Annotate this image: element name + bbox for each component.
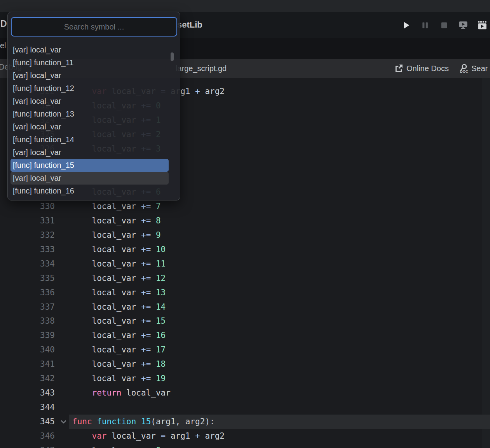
line-number[interactable]: 347 (0, 446, 55, 448)
code-text: local_var += 18 (72, 359, 166, 369)
symbol-list-item[interactable]: [var] local_var (10, 120, 169, 133)
code-text: local_var += 10 (72, 245, 166, 254)
code-line[interactable]: 335 local_var += 12 (0, 271, 490, 285)
code-line[interactable]: 341 local_var += 18 (0, 357, 490, 371)
symbol-list-item[interactable]: [func] function_16 (10, 185, 169, 197)
script-tab-filename[interactable]: large_script.gd (176, 59, 227, 78)
stop-button[interactable] (439, 21, 449, 30)
line-number[interactable]: 335 (0, 274, 55, 283)
code-text: local_var += 12 (72, 274, 166, 283)
fold-chevron-icon[interactable] (60, 418, 67, 425)
fold-gutter (55, 418, 72, 425)
code-line[interactable]: 334 local_var += 11 (0, 256, 490, 271)
main-screen-tab-fragment[interactable]: D (0, 19, 7, 29)
line-number[interactable]: 334 (0, 259, 55, 268)
code-text: local_var += 19 (72, 374, 166, 383)
symbol-list-item[interactable]: [var] local_var (10, 95, 169, 108)
code-text: return local_var (72, 388, 171, 397)
code-line[interactable]: 330 local_var += 7 (0, 199, 490, 214)
line-number[interactable]: 346 (0, 431, 55, 441)
code-text: local_var += 16 (72, 331, 166, 340)
symbol-search-input[interactable] (11, 17, 177, 37)
code-text: local_var += 0 (72, 446, 161, 448)
line-number[interactable]: 345 (0, 417, 55, 426)
code-text: func function_15(arg1, arg2): (72, 417, 215, 426)
line-number[interactable]: 341 (0, 359, 55, 369)
line-number[interactable]: 332 (0, 230, 55, 240)
play-button[interactable] (401, 21, 411, 30)
playback-toolbar (401, 21, 487, 30)
code-text: local_var += 7 (72, 202, 161, 211)
symbol-list-item[interactable]: [func] function_15 (10, 159, 169, 172)
code-line[interactable]: 338 local_var += 15 (0, 314, 490, 328)
code-line[interactable]: 346 var local_var = arg1 + arg2 (0, 429, 490, 443)
code-text: local_var += 9 (72, 230, 161, 240)
code-line[interactable]: 342 local_var += 19 (0, 371, 490, 386)
movie-maker-toggle[interactable] (478, 21, 487, 30)
code-text: local_var += 17 (72, 345, 166, 354)
line-number[interactable]: 338 (0, 316, 55, 326)
pause-button[interactable] (420, 21, 430, 30)
search-help-button[interactable]: Sear (471, 64, 488, 73)
line-number[interactable]: 340 (0, 345, 55, 354)
code-text: local_var += 13 (72, 288, 166, 297)
tab-assetlib-fragment[interactable]: setLib (177, 20, 202, 30)
code-text: var local_var = arg1 + arg2 (72, 431, 225, 441)
code-line[interactable]: 332 local_var += 9 (0, 228, 490, 242)
line-number[interactable]: 331 (0, 216, 55, 225)
symbol-list-item[interactable]: [var] local_var (10, 172, 169, 185)
code-text: local_var += 15 (72, 316, 166, 326)
code-line[interactable]: 343 return local_var (0, 386, 490, 400)
window-title-strip (0, 0, 490, 12)
symbol-list: [var] local_var[func] function_11[var] l… (8, 44, 181, 197)
code-line[interactable]: 333 local_var += 10 (0, 242, 490, 256)
popup-scrollbar-thumb[interactable] (171, 52, 174, 61)
run-current-scene-button[interactable] (459, 21, 468, 30)
line-number[interactable]: 339 (0, 331, 55, 340)
symbol-list-item[interactable]: [func] function_12 (10, 82, 169, 95)
code-line[interactable]: 331 local_var += 8 (0, 213, 490, 228)
code-line[interactable]: 340 local_var += 17 (0, 343, 490, 357)
symbol-list-item[interactable]: [func] function_11 (10, 56, 169, 69)
online-docs-button[interactable]: Online Docs (406, 64, 449, 73)
symbol-list-item[interactable]: [var] local_var (10, 44, 169, 56)
godot-editor-window: { "topbar": { "left_fragment": "D", "tab… (0, 0, 490, 448)
code-text: local_var += 11 (72, 259, 166, 268)
code-line[interactable]: 339 local_var += 16 (0, 328, 490, 343)
line-number[interactable]: 333 (0, 245, 55, 254)
external-link-icon (394, 64, 403, 73)
line-number[interactable]: 337 (0, 302, 55, 312)
symbol-list-item[interactable]: [var] local_var (10, 69, 169, 82)
code-line[interactable]: 347 local_var += 0 (0, 443, 490, 448)
search-help-doc-icon: DOC (458, 63, 469, 74)
search-symbol-popup: [var] local_var[func] function_11[var] l… (7, 12, 180, 200)
code-text: local_var += 14 (72, 302, 166, 312)
code-text: local_var += 8 (72, 216, 161, 225)
line-number[interactable]: 336 (0, 288, 55, 297)
minimap-divider (482, 77, 482, 448)
symbol-list-item[interactable]: [func] function_13 (10, 108, 169, 120)
line-number[interactable]: 344 (0, 403, 55, 412)
symbol-list-item[interactable]: [func] function_14 (10, 133, 169, 146)
line-number[interactable]: 342 (0, 374, 55, 383)
code-line[interactable]: 336 local_var += 13 (0, 285, 490, 300)
svg-text:DOC: DOC (460, 69, 468, 73)
code-line[interactable]: 345func function_15(arg1, arg2): (0, 415, 490, 429)
symbol-list-item[interactable]: [var] local_var (10, 146, 169, 159)
line-number[interactable]: 330 (0, 202, 55, 211)
code-line[interactable]: 344 (0, 400, 490, 415)
code-line[interactable]: 337 local_var += 14 (0, 300, 490, 314)
line-number[interactable]: 343 (0, 388, 55, 397)
left-edge-text-fragment: el (0, 41, 6, 50)
